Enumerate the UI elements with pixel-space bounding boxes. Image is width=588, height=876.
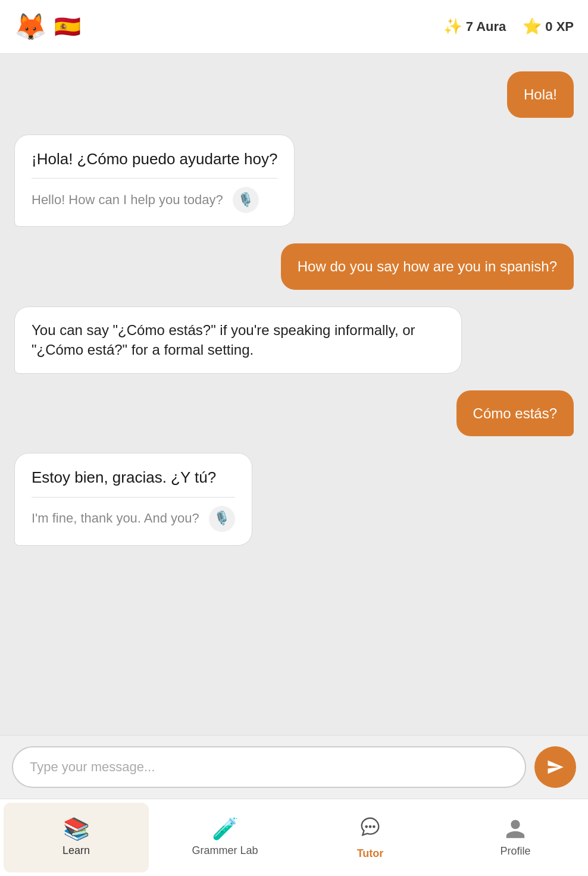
bot-bubble: ¡Hola! ¿Cómo puedo ayudarte hoy? Hello! … <box>14 134 295 227</box>
nav-label-tutor: Tutor <box>357 847 384 860</box>
speaker-button[interactable]: 🎙️ <box>209 506 235 532</box>
message-row: You can say "¿Cómo estás?" if you're spe… <box>14 306 574 374</box>
bot-primary-text: Estoy bien, gracias. ¿Y tú? <box>32 467 235 497</box>
bot-primary-text: ¡Hola! ¿Cómo puedo ayudarte hoy? <box>32 148 277 179</box>
user-bubble: Hola! <box>507 71 574 118</box>
svg-point-2 <box>373 825 376 828</box>
input-area <box>0 735 588 799</box>
chat-area: Hola! ¡Hola! ¿Cómo puedo ayudarte hoy? H… <box>0 54 588 735</box>
user-bubble: Cómo estás? <box>456 390 574 437</box>
fox-logo: 🦊 <box>14 14 47 40</box>
header: 🦊 🇪🇸 ✨ 7 Aura ⭐ 0 XP <box>0 0 588 54</box>
message-input[interactable] <box>12 746 526 788</box>
nav-label-learn: Learn <box>62 844 90 857</box>
message-row: Hola! <box>14 71 574 118</box>
message-text: Hola! <box>524 86 557 102</box>
bottom-nav: 📚 Learn 🧪 Grammer Lab Tutor Profile <box>0 799 588 876</box>
bot-text: You can say "¿Cómo estás?" if you're spe… <box>32 322 415 358</box>
aura-value: 7 Aura <box>466 19 506 35</box>
message-row: Estoy bien, gracias. ¿Y tú? I'm fine, th… <box>14 453 574 545</box>
message-text: How do you say how are you in spanish? <box>298 258 557 274</box>
tutor-icon <box>359 815 381 843</box>
bot-translation: Hello! How can I help you today? 🎙️ <box>32 187 277 213</box>
language-flag[interactable]: 🇪🇸 <box>54 16 81 37</box>
header-left: 🦊 🇪🇸 <box>14 14 443 40</box>
bot-translation: I'm fine, thank you. And you? 🎙️ <box>32 506 235 532</box>
translation-text: I'm fine, thank you. And you? <box>32 509 199 528</box>
nav-item-learn[interactable]: 📚 Learn <box>4 803 149 872</box>
message-text: Cómo estás? <box>473 405 557 421</box>
user-bubble: How do you say how are you in spanish? <box>281 243 574 290</box>
svg-point-1 <box>369 825 372 828</box>
message-row: Cómo estás? <box>14 390 574 437</box>
nav-item-grammar[interactable]: 🧪 Grammer Lab <box>152 799 298 876</box>
profile-icon <box>504 818 527 840</box>
bot-bubble: You can say "¿Cómo estás?" if you're spe… <box>14 306 462 374</box>
speaker-button[interactable]: 🎙️ <box>233 187 259 213</box>
nav-item-profile[interactable]: Profile <box>443 799 588 876</box>
xp-icon: ⭐ <box>523 17 542 36</box>
nav-label-grammar: Grammer Lab <box>192 844 258 857</box>
aura-stat: ✨ 7 Aura <box>443 17 506 36</box>
xp-value: 0 XP <box>545 19 574 35</box>
learn-icon: 📚 <box>63 818 90 840</box>
nav-label-profile: Profile <box>500 845 530 858</box>
header-right: ✨ 7 Aura ⭐ 0 XP <box>443 17 574 36</box>
xp-stat: ⭐ 0 XP <box>523 17 574 36</box>
message-row: How do you say how are you in spanish? <box>14 243 574 290</box>
nav-item-tutor[interactable]: Tutor <box>298 799 443 876</box>
aura-icon: ✨ <box>443 17 462 36</box>
translation-text: Hello! How can I help you today? <box>32 191 223 209</box>
send-icon <box>546 758 564 776</box>
grammar-icon: 🧪 <box>212 818 239 840</box>
bot-bubble: Estoy bien, gracias. ¿Y tú? I'm fine, th… <box>14 453 252 545</box>
send-button[interactable] <box>534 746 576 788</box>
message-row: ¡Hola! ¿Cómo puedo ayudarte hoy? Hello! … <box>14 134 574 227</box>
svg-point-0 <box>365 825 368 828</box>
